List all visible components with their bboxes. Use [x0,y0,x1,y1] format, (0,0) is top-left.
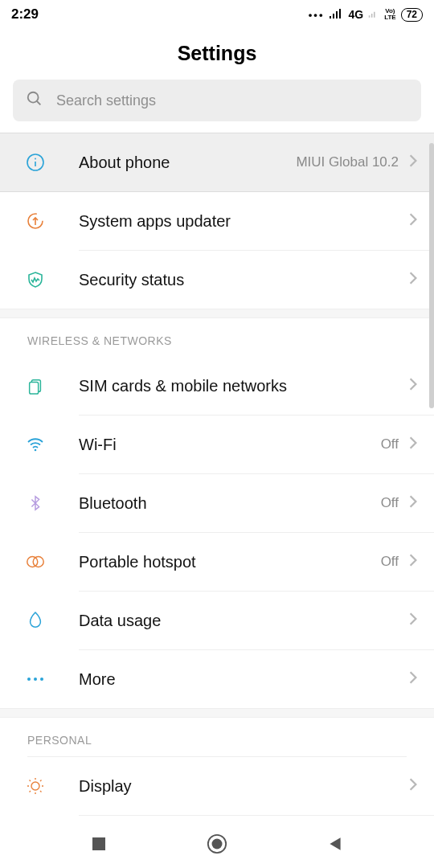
back-button[interactable] [325,833,346,854]
svg-point-8 [35,449,37,452]
row-label: Data usage [79,612,408,630]
svg-rect-15 [92,837,105,850]
wifi-icon [24,435,47,454]
row-sim-cards[interactable]: SIM cards & mobile networks [0,357,434,415]
row-label: Security status [79,271,408,289]
row-wifi[interactable]: Wi-Fi Off [0,416,434,473]
row-portable-hotspot[interactable]: Portable hotspot Off [0,533,434,591]
battery-indicator: 72 [401,8,423,22]
svg-rect-7 [30,382,39,394]
page-title: Settings [0,29,434,80]
data-usage-icon [24,611,47,630]
row-data-usage[interactable]: Data usage [0,592,434,649]
scrollbar[interactable] [429,143,434,408]
chevron-right-icon [408,612,418,629]
display-icon [24,776,47,796]
chevron-right-icon [408,494,418,512]
chevron-right-icon [408,553,418,571]
row-label: Display [79,777,408,796]
section-header-personal: PERSONAL [0,718,434,756]
svg-point-13 [40,678,43,681]
row-value: MIUI Global 10.2 [296,154,399,170]
search-bar[interactable] [13,80,421,121]
more-icon [24,675,47,683]
shield-icon [24,270,47,289]
row-label: More [79,670,408,689]
signal-secondary-icon [368,9,379,21]
section-header-wireless: WIRELESS & NETWORKS [0,318,434,357]
chevron-right-icon [408,777,418,795]
row-value: Off [381,554,399,570]
row-security-status[interactable]: Security status [0,251,434,309]
home-button[interactable] [207,833,227,854]
row-value: Off [381,495,399,511]
more-indicator-icon: ••• [309,9,325,21]
row-label: Portable hotspot [79,553,381,571]
chevron-right-icon [408,670,418,688]
row-label: SIM cards & mobile networks [79,377,408,395]
status-right-cluster: ••• 4G Vo)LTE 72 [309,8,423,22]
svg-point-17 [211,839,222,850]
svg-point-14 [31,782,39,790]
row-label: System apps updater [79,212,408,231]
svg-point-0 [28,92,39,103]
recents-button[interactable] [88,833,109,854]
row-label: About phone [79,154,296,172]
search-icon [26,90,43,111]
volte-label: Vo)LTE [384,8,396,21]
svg-point-4 [35,158,36,160]
svg-point-10 [33,557,43,567]
sim-icon [24,377,47,395]
chevron-right-icon [408,154,418,171]
svg-line-1 [37,101,41,105]
row-value: Off [381,436,399,452]
hotspot-icon [24,553,47,571]
bluetooth-icon [24,493,47,513]
svg-point-11 [27,678,31,681]
updater-icon [24,211,47,231]
info-icon [24,153,47,172]
chevron-right-icon [408,271,418,289]
status-time: 2:29 [11,6,39,23]
search-input[interactable] [56,92,408,109]
network-type: 4G [348,8,363,21]
navigation-bar [0,820,434,868]
svg-point-9 [27,557,38,567]
chevron-right-icon [408,377,418,395]
row-more[interactable]: More [0,650,434,708]
row-system-apps-updater[interactable]: System apps updater [0,192,434,250]
row-bluetooth[interactable]: Bluetooth Off [0,474,434,532]
svg-point-12 [34,678,37,681]
chevron-right-icon [408,436,418,453]
row-about-phone[interactable]: About phone MIUI Global 10.2 [0,133,434,191]
row-display[interactable]: Display [0,757,434,815]
signal-icon [329,8,343,22]
row-label: Bluetooth [79,494,381,513]
chevron-right-icon [408,212,418,230]
status-bar: 2:29 ••• 4G Vo)LTE 72 [0,0,434,29]
row-label: Wi-Fi [79,436,381,454]
